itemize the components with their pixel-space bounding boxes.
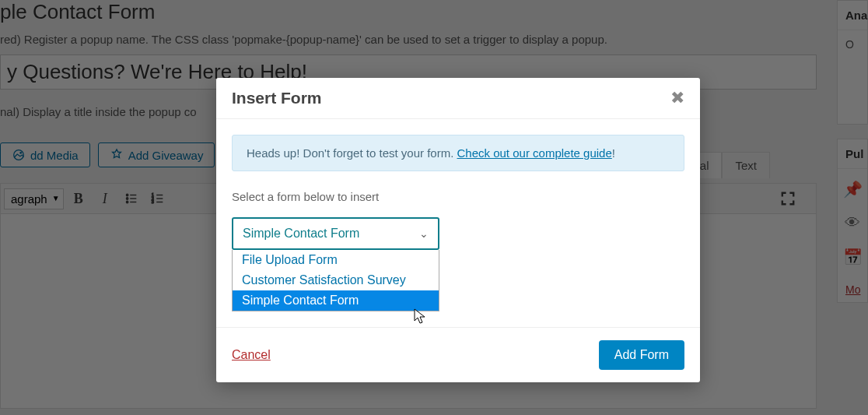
modal-header: Insert Form ✖ [216,78,700,119]
close-icon[interactable]: ✖ [670,90,684,107]
form-dropdown-list: File Upload Form Customer Satisfaction S… [232,250,439,311]
alert-guide-link[interactable]: Check out our complete guide [457,146,612,160]
alert-suffix: ! [612,146,615,160]
dropdown-option[interactable]: File Upload Form [233,250,439,270]
dropdown-option[interactable]: Customer Satisfaction Survey [233,270,439,290]
select-form-label: Select a form below to insert [232,190,684,203]
insert-form-modal: Insert Form ✖ Heads up! Don't forget to … [216,78,700,382]
chevron-down-icon: ⌄ [419,227,429,240]
form-select-value: Simple Contact Form [243,227,359,241]
modal-body: Heads up! Don't forget to test your form… [216,119,700,327]
cancel-button[interactable]: Cancel [232,348,271,362]
form-select-dropdown[interactable]: Simple Contact Form ⌄ [232,217,439,250]
modal-title: Insert Form [232,89,322,107]
add-form-button[interactable]: Add Form [599,340,684,370]
alert-prefix: Heads up! Don't forget to test your form… [247,146,457,160]
modal-footer: Cancel Add Form [216,327,700,382]
alert-info-box: Heads up! Don't forget to test your form… [232,135,684,171]
dropdown-option[interactable]: Simple Contact Form [233,290,439,311]
